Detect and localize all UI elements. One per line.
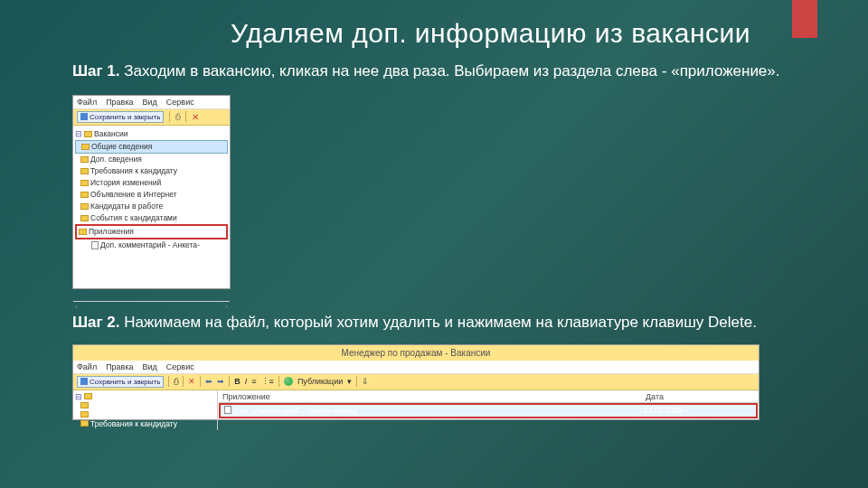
tree-item[interactable]: Объявление в Интернет: [75, 189, 228, 201]
grid-panel: Приложение Дата Доп. комментарий - Анкет…: [218, 390, 759, 430]
doc-icon: [91, 241, 99, 249]
italic-icon[interactable]: I: [245, 377, 248, 386]
folder-icon: [80, 156, 89, 163]
globe-icon: [284, 377, 293, 386]
doc-icon: [224, 406, 231, 414]
scrollbar[interactable]: ‹›: [73, 301, 230, 311]
folder-icon: [84, 393, 92, 399]
folder-icon: [80, 168, 89, 174]
tree-item[interactable]: Требования к кандидату: [75, 419, 215, 428]
fwd-icon[interactable]: ➡: [217, 377, 224, 386]
separator: [169, 111, 170, 122]
slide-content: Удаляем доп. информацию из вакансии Шаг …: [0, 0, 868, 420]
menu-service[interactable]: Сервис: [166, 362, 194, 371]
col-date: Дата: [646, 392, 754, 401]
save-close-button[interactable]: Сохранить и закрыть: [77, 376, 164, 388]
bold-icon[interactable]: B: [234, 377, 241, 386]
folder-icon: [80, 215, 89, 221]
menu-edit[interactable]: Правка: [106, 362, 133, 371]
grid-row-selected[interactable]: Доп. комментарий - Анкета-заявка 17.02.2…: [219, 403, 758, 418]
tree-item-doc[interactable]: Доп. комментарий - Анкета-: [75, 239, 228, 251]
step2-label: Шаг 2.: [72, 314, 120, 331]
tree-item[interactable]: Доп. сведения: [75, 154, 228, 165]
tree-item[interactable]: Требования к кандидату: [75, 165, 228, 177]
menu-edit[interactable]: Правка: [106, 98, 133, 107]
folder-icon: [80, 402, 89, 408]
dropdown-icon[interactable]: ▾: [347, 377, 352, 386]
tree-panel-2: ⊟Вакансии Общие сведения Доп. сведения Т…: [73, 390, 218, 430]
menu-service[interactable]: Сервис: [166, 98, 194, 107]
disk-icon: [80, 378, 88, 385]
publish-button[interactable]: Публикации: [297, 377, 343, 386]
step1-body: Заходим в вакансию, кликая на нее два ра…: [124, 62, 779, 80]
folder-icon: [84, 131, 92, 137]
window-title: Менеджер по продажам - Вакансии: [73, 345, 759, 361]
spacer: [73, 254, 230, 301]
folder-icon: [79, 229, 87, 235]
folder-icon: [80, 180, 89, 186]
menu-file[interactable]: Файл: [77, 98, 97, 107]
step2-body: Нажимаем на файл, который хотим удалить …: [124, 314, 757, 331]
slide-title: Удаляем доп. информацию из вакансии: [72, 18, 814, 49]
disk-icon: [80, 113, 88, 120]
screenshot-2: Менеджер по продажам - Вакансии Файл Пра…: [72, 344, 760, 420]
toolbar: Сохранить и закрыть ⎙ ✕: [73, 109, 230, 126]
save-close-button[interactable]: Сохранить и закрыть: [77, 111, 164, 123]
grid-header: Приложение Дата: [219, 391, 758, 403]
accent-bar: [792, 0, 817, 38]
tree-item[interactable]: Кандидаты в работе: [75, 201, 228, 212]
tree-item[interactable]: События с кандидатами: [75, 212, 228, 224]
screenshot-1: Файл Правка Вид Сервис Сохранить и закры…: [72, 95, 231, 289]
step2-text: Шаг 2. Нажимаем на файл, который хотим у…: [72, 313, 814, 333]
menu-file[interactable]: Файл: [77, 362, 97, 371]
tree-item[interactable]: История изменений: [75, 177, 228, 189]
col-attachment: Приложение: [222, 392, 646, 401]
tree-root[interactable]: ⊟ Вакансии: [75, 128, 228, 140]
tree-panel: ⊟ Вакансии Общие сведения Доп. сведения …: [73, 126, 230, 254]
x-icon[interactable]: ✕: [188, 377, 195, 386]
menubar: Файл Правка Вид Сервис: [73, 96, 230, 109]
print-icon[interactable]: ⎙: [175, 112, 180, 121]
folder-icon: [80, 411, 89, 418]
folder-icon: [80, 420, 89, 427]
folder-icon: [80, 203, 89, 210]
down-icon[interactable]: ⇩: [362, 377, 369, 386]
toolbar: Сохранить и закрыть ⎙ ✕ ⬅ ➡ B I ≡ ⋮≡ Пуб…: [73, 374, 759, 390]
numlist-icon[interactable]: ⋮≡: [261, 377, 274, 386]
folder-icon: [80, 192, 89, 198]
step1-text: Шаг 1. Заходим в вакансию, кликая на нее…: [72, 61, 814, 82]
step1-label: Шаг 1.: [72, 62, 120, 80]
print-icon[interactable]: ⎙: [174, 377, 178, 386]
tree-item[interactable]: Доп. сведения: [75, 410, 215, 419]
menu-view[interactable]: Вид: [143, 98, 157, 107]
x-icon[interactable]: ✕: [192, 112, 199, 122]
list-icon[interactable]: ≡: [251, 377, 256, 386]
menu-view[interactable]: Вид: [143, 362, 157, 371]
tree-item[interactable]: Общие сведения: [75, 401, 215, 410]
tree-root[interactable]: ⊟Вакансии: [75, 392, 215, 401]
content-panel: ⊟Вакансии Общие сведения Доп. сведения Т…: [73, 390, 759, 430]
menubar: Файл Правка Вид Сервис: [73, 361, 759, 374]
back-icon[interactable]: ⬅: [205, 377, 212, 386]
separator: [185, 111, 186, 122]
tree-item-general[interactable]: Общие сведения: [75, 140, 228, 154]
tree-item-attachments[interactable]: Приложения: [75, 224, 228, 239]
folder-icon: [81, 144, 90, 150]
